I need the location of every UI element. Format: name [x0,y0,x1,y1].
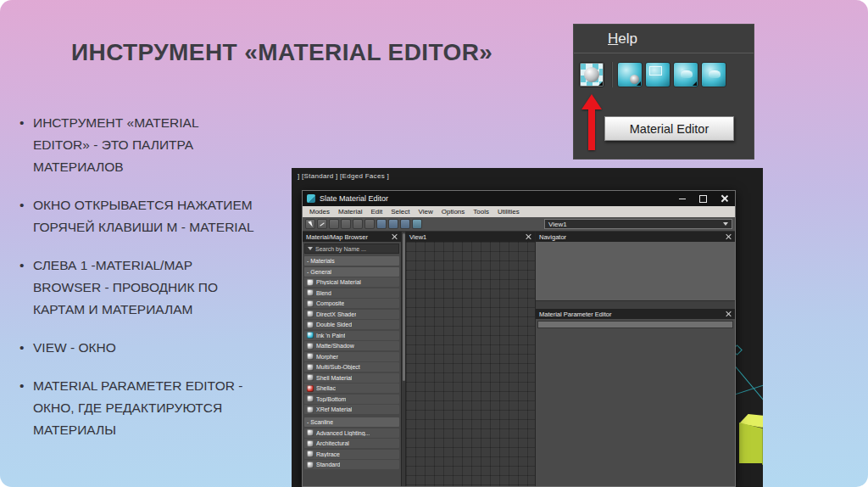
viewport-label[interactable]: ] [Standard ] [Edged Faces ] [298,172,389,180]
menu-item-edit[interactable]: Edit [366,208,387,216]
menu-item-view[interactable]: View [415,208,437,216]
material-sphere-icon [307,332,314,339]
maximize-button[interactable] [693,191,714,206]
browser-material-item[interactable]: Morpher [304,352,399,361]
minimize-button[interactable] [671,191,693,206]
menu-item-select[interactable]: Select [387,208,414,216]
app-icon [307,194,315,203]
parameter-editor-header: Material Parameter Editor [536,309,735,319]
browser-material-item[interactable]: Multi/Sub-Object [304,362,399,372]
browser-material-item[interactable]: Top/Bottom [304,395,399,404]
material-sphere-icon [307,311,314,317]
select-tool-icon[interactable] [305,219,315,229]
bullet-item: ОКНО ОТКРЫВАЕТСЯ НАЖАТИЕМ ГОРЯЧЕЙ КЛАВИШ… [19,194,254,238]
material-sphere-icon [307,451,314,457]
browser-material-item[interactable]: Blend [304,288,399,298]
browser-material-item[interactable]: DirectX Shader [304,310,399,319]
node-graph-canvas[interactable] [406,242,535,486]
scene-box-object[interactable] [739,414,763,467]
browser-material-item[interactable]: Composite [304,299,399,308]
browser-material-item[interactable]: Raytrace [304,450,399,459]
panel-gap [536,301,735,309]
material-preview-icon[interactable] [400,219,410,229]
show-grid-icon[interactable] [376,219,387,229]
browser-material-item[interactable]: Ink 'n Paint [304,331,399,340]
material-label: Composite [316,300,344,306]
material-sphere-icon [307,429,314,436]
rendered-frame-window-icon[interactable] [645,62,670,87]
browser-material-item[interactable]: Advanced Lighting... [304,428,399,438]
editor-menubar: ModesMaterialEditSelectViewOptionsToolsU… [303,206,735,217]
browser-material-item[interactable]: Double Sided [304,320,399,329]
browser-panel-title: Material/Map Browser [306,233,368,241]
material-sphere-icon [307,462,314,468]
navigator-body[interactable] [536,242,735,301]
material-editor-icon[interactable] [579,62,604,87]
material-label: Multi/Sub-Object [316,364,360,370]
material-sphere-icon [307,322,314,328]
window-titlebar[interactable]: Slate Material Editor [303,191,735,206]
material-label: Physical Material [316,279,361,285]
material-sphere-icon [307,374,314,381]
close-button[interactable] [714,191,735,206]
material-map-browser-panel: Material/Map Browser Search by Name ... … [303,232,402,486]
browser-material-item[interactable]: Shellac [304,383,399,393]
material-sphere-icon [307,395,314,402]
assign-material-icon[interactable] [329,219,339,229]
max-toolbar-screenshot: Help Material Editor [573,24,754,160]
slate-material-editor-window: Slate Material Editor ModesMaterialEditS… [302,190,736,487]
chevron-down-icon [723,222,728,226]
menu-item-material[interactable]: Material [334,208,366,216]
search-options-icon[interactable] [308,247,313,250]
close-navigator-icon[interactable] [725,233,732,240]
active-view-dropdown[interactable]: View1 [544,219,732,229]
box-side-face [762,426,763,465]
move-children-icon[interactable] [353,219,363,229]
menu-item-utilities[interactable]: Utilities [493,208,524,216]
search-input[interactable]: Search by Name ... [304,244,399,254]
bullet-list: ИНСТРУМЕНТ «MATERIAL EDITOR» - ЭТО ПАЛИТ… [19,112,254,457]
pick-material-icon[interactable] [317,219,327,229]
render-production-icon[interactable] [673,62,698,87]
bullet-item: ИНСТРУМЕНТ «MATERIAL EDITOR» - ЭТО ПАЛИТ… [19,112,254,178]
browser-material-item[interactable]: Architectural [304,439,399,448]
menu-item-help[interactable]: Help [608,31,637,48]
parameter-editor-toolbar[interactable] [537,321,733,328]
material-label: - General [307,269,331,275]
render-setup-icon[interactable] [617,62,643,87]
material-label: Blend [316,290,331,296]
menu-item-options[interactable]: Options [437,208,470,216]
browser-list: - Materials- GeneralPhysical MaterialBle… [303,255,401,486]
delete-selected-icon[interactable] [341,219,351,229]
material-label: Standard [316,462,340,467]
browser-material-item[interactable]: XRef Material [304,405,399,414]
browser-group-header[interactable]: - General [304,267,399,277]
layout-all-icon[interactable] [388,219,398,229]
view1-tab[interactable]: View1 [406,232,535,242]
menu-item-modes[interactable]: Modes [305,208,334,216]
material-label: Shellac [316,385,336,391]
menu-item-tools[interactable]: Tools [469,208,493,216]
render-iterative-icon[interactable] [701,62,726,87]
browser-group-header[interactable]: - Materials [304,256,399,266]
browser-group-header[interactable]: - Scanline [304,417,399,427]
view1-panel: View1 [406,232,536,486]
browser-scrollbar[interactable] [402,232,406,486]
material-sphere-icon [307,440,314,447]
browser-material-item[interactable]: Matte/Shadow [304,341,399,350]
browser-material-item[interactable]: Physical Material [304,277,399,287]
editor-toolbar: View1 [303,217,735,232]
browser-material-item[interactable]: Standard [304,460,399,469]
close-view-icon[interactable] [525,233,531,240]
scrollbar-thumb[interactable] [403,233,405,381]
close-panel-icon[interactable] [391,233,398,240]
browser-material-item[interactable]: Shell Material [304,373,399,383]
hide-unused-slots-icon[interactable] [364,219,375,229]
material-sphere-icon [307,279,314,286]
search-placeholder: Search by Name ... [315,246,366,252]
editor-content: Material/Map Browser Search by Name ... … [303,232,735,486]
zoom-extents-icon[interactable] [412,219,422,229]
material-label: - Materials [307,258,335,264]
toolbar-separator [611,62,613,87]
close-parameter-editor-icon[interactable] [725,311,732,317]
